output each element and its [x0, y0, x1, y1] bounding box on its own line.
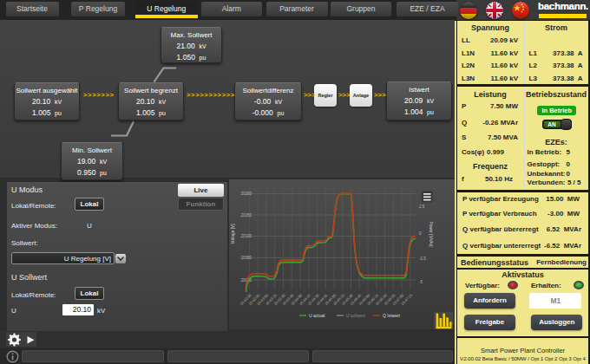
svg-text:20200: 20200	[240, 192, 252, 196]
svg-text:0: 0	[419, 231, 422, 236]
svg-text:20100: 20100	[240, 234, 252, 238]
svg-text:U actual: U actual	[309, 313, 324, 318]
svg-text:U sollwert: U sollwert	[346, 313, 366, 318]
svg-text:20050: 20050	[240, 256, 252, 260]
svg-text:Voltage [V]: Voltage [V]	[231, 224, 235, 244]
svg-text:20150: 20150	[240, 213, 252, 218]
svg-text:-2.5: -2.5	[419, 257, 426, 261]
svg-text:Q Istwert: Q Istwert	[383, 313, 401, 318]
svg-text:-5: -5	[419, 280, 423, 284]
svg-text:Power [MVAr]: Power [MVAr]	[429, 221, 433, 246]
svg-text:2.5: 2.5	[419, 205, 425, 209]
